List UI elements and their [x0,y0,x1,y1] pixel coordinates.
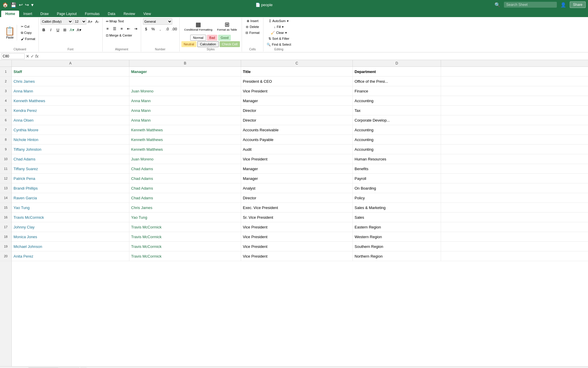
conditional-formatting-button[interactable]: ▦ Conditional Formatting [183,18,214,34]
cell-r11-c1[interactable]: Chad Adams [129,164,241,173]
cell-r12-c0[interactable]: Patrick Pena [12,174,129,183]
cell-r18-c0[interactable]: Monica Jones [12,232,129,241]
decrease-font-button[interactable]: A- [94,18,101,25]
cell-r1-c0[interactable]: Staff [12,67,129,76]
font-size-select[interactable]: 12 [74,18,86,25]
increase-indent-button[interactable]: ⇥ [133,25,139,32]
row-num-16[interactable]: 16 [0,213,11,222]
cell-r16-c3[interactable]: Sales [353,213,441,222]
cell-r7-c0[interactable]: Cynthia Moore [12,125,129,135]
cell-r3-c3[interactable]: Finance [353,86,441,96]
sort-filter-button[interactable]: ⇅ Sort & Filter [267,36,291,41]
cell-r11-c3[interactable]: Benefits [353,164,441,173]
cell-r12-c3[interactable]: Payroll [353,174,441,183]
cell-r18-c2[interactable]: Vice President [241,232,353,241]
cell-r9-c0[interactable]: Tiffany Johnston [12,145,129,154]
row-num-15[interactable]: 15 [0,203,11,213]
style-bad[interactable]: Bad [207,35,218,41]
col-header-b[interactable]: B [129,60,241,67]
row-num-2[interactable]: 2 [0,77,11,86]
cell-r12-c1[interactable]: Chad Adams [129,174,241,183]
formula-input[interactable] [40,53,587,59]
cell-r10-c1[interactable]: Juan Moreno [129,154,241,164]
style-normal[interactable]: Normal [190,35,206,41]
cell-r5-c0[interactable]: Kendra Perez [12,106,129,115]
cell-r6-c3[interactable]: Corporate Develop... [353,115,441,125]
cell-r2-c1[interactable] [129,77,241,86]
cell-r10-c2[interactable]: Vice President [241,154,353,164]
cell-r13-c0[interactable]: Brandi Phillips [12,183,129,193]
cell-r16-c2[interactable]: Sr. Vice President [241,213,353,222]
name-box[interactable] [1,53,25,59]
row-num-19[interactable]: 19 [0,242,11,251]
clear-button[interactable]: 🧹 Clear ▾ [269,30,288,35]
cell-r8-c3[interactable]: Accounting [353,135,441,144]
home-icon[interactable]: 🏠 [2,2,8,8]
cut-button[interactable]: ✂ Cut [19,24,37,29]
row-num-4[interactable]: 4 [0,96,11,106]
share-button[interactable]: Share [570,1,586,8]
cell-r13-c1[interactable]: Chad Adams [129,183,241,193]
cell-r19-c2[interactable]: Vice President [241,242,353,251]
cell-r8-c1[interactable]: Kenneth Matthews [129,135,241,144]
style-neutral[interactable]: Neutral [181,41,196,47]
cell-r16-c1[interactable]: Yao Tung [129,213,241,222]
tab-home[interactable]: Home [1,11,19,17]
cell-r6-c1[interactable]: Anna Mann [129,115,241,125]
cell-r15-c3[interactable]: Sales & Marketing [353,203,441,212]
cell-r3-c0[interactable]: Anna Mann [12,86,129,96]
insert-cells-button[interactable]: ⊕ Insert [245,18,260,24]
redo-icon[interactable]: ↪ [25,2,29,8]
tab-draw[interactable]: Draw [36,11,53,17]
tab-data[interactable]: Data [104,11,119,17]
style-good[interactable]: Good [218,35,231,41]
tab-view[interactable]: View [139,11,155,17]
row-num-8[interactable]: 8 [0,135,11,145]
style-check-cell[interactable]: Check Cell [220,41,240,47]
col-header-d[interactable]: D [353,60,441,67]
fill-color-button[interactable]: A▾ [69,26,75,33]
cell-r20-c0[interactable]: Anita Perez [12,251,129,261]
cell-r10-c0[interactable]: Chad Adams [12,154,129,164]
border-button[interactable]: ⊞ [62,26,68,33]
cell-r7-c2[interactable]: Accounts Receivable [241,125,353,135]
cell-r9-c3[interactable]: Accounting [353,145,441,154]
cell-r17-c3[interactable]: Eastern Region [353,222,441,232]
cell-r8-c2[interactable]: Accounts Payable [241,135,353,144]
font-face-select[interactable]: Calibri (Body) [41,18,73,25]
confirm-icon[interactable]: ✓ [31,54,34,59]
format-as-table-button[interactable]: ⊞ Format as Table [215,18,239,34]
number-format-select[interactable]: General [143,18,172,25]
search-sheet-input[interactable] [504,2,557,8]
row-num-20[interactable]: 20 [0,251,11,261]
cell-r4-c1[interactable]: Anna Mann [129,96,241,105]
cell-r16-c0[interactable]: Travis McCormick [12,213,129,222]
cell-r13-c2[interactable]: Analyst [241,183,353,193]
cell-r12-c2[interactable]: Manager [241,174,353,183]
customize-icon[interactable]: ▾ [31,2,34,8]
merge-center-button[interactable]: ⊡ Merge & Center [104,32,134,38]
cancel-icon[interactable]: ✕ [26,54,29,59]
cell-r8-c0[interactable]: Nichole Hinton [12,135,129,144]
col-header-c[interactable]: C [241,60,353,67]
row-num-11[interactable]: 11 [0,164,11,174]
cell-r20-c3[interactable]: Northern Region [353,251,441,261]
align-center-button[interactable]: ☰ [111,25,118,32]
percent-button[interactable]: % [150,26,156,32]
cell-r4-c2[interactable]: Manager [241,96,353,105]
decrease-indent-button[interactable]: ⇤ [126,25,132,32]
tab-review[interactable]: Review [119,11,139,17]
fill-button[interactable]: ↓ Fill ▾ [273,24,285,29]
cell-r7-c1[interactable]: Kenneth Matthews [129,125,241,135]
cell-r2-c3[interactable]: Office of the Presi... [353,77,441,86]
row-num-10[interactable]: 10 [0,154,11,164]
cell-r6-c0[interactable]: Anna Olsen [12,115,129,125]
align-right-button[interactable]: ≡ [118,25,125,32]
cell-r14-c0[interactable]: Raven Garcia [12,193,129,203]
cell-r9-c2[interactable]: Audit [241,145,353,154]
find-select-button[interactable]: 🔍 Find & Select [265,42,293,47]
decrease-decimal-button[interactable]: .0 [164,26,171,32]
increase-font-button[interactable]: A+ [87,18,93,25]
save-icon[interactable]: 💾 [11,2,16,8]
underline-button[interactable]: U [55,26,61,33]
